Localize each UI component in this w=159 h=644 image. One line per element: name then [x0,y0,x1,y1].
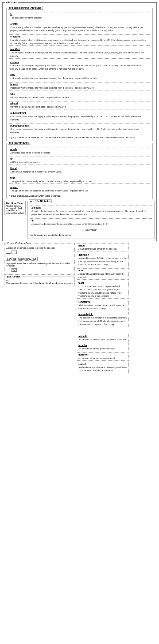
prop-literal-desc: A fixed value assigned as the (concept) … [10,170,62,173]
common-power-attributes-group: grp commonPowerAttributes id The local i… [6,8,153,141]
prop-pubconstrainturi-name: pubconstrainturi [10,124,149,127]
multiplicity-def: 1..* [12,250,17,254]
i18n-attributes-group: grp i18nAttributes xml:lang Specifies th… [28,201,154,239]
prop-how-desc: Indicates by which means the value was e… [10,77,97,80]
prop-dir: dir A qualifier code identifying the dir… [30,218,152,226]
prop-howuri-desc: Indicates by which means the value was e… [10,87,94,89]
concept-definition-group-title: ConceptDefinitionGroup [6,242,33,245]
any-other-i18n: any ##other [30,228,152,232]
prop-modified: modified The date (and, optionally, the … [9,47,150,58]
flex1prop-type-desc: Flexible generic PCL-type for both contr… [6,205,24,214]
right-prop-broader: broader An identifier of a more generic … [77,343,129,351]
prop-xmllang-desc: Specifies the language of this property … [32,210,146,216]
prop-creator-desc: If the property value is not defined, sp… [10,26,143,32]
prop-why: why Why the metadata has been included -… [9,92,150,100]
prop-id: id The local identifier of the property. [9,12,150,20]
concept-relationships-group-desc: A group of properties to indicate relati… [6,262,73,267]
concept-definition-group-box: ConceptDefinitionGroup A group of proper… [4,243,75,257]
prop-creatoruri: creatoruri If empty, specifies which ent… [9,34,150,46]
prop-qcode-name: qcode [10,148,149,151]
prop-type-desc: The type of the concept assigned as cont… [10,180,92,182]
right-prop-facet: facet In IXR 1.6 and later, facet is dep… [77,281,129,298]
prop-xmllang: xml:lang Specifies the language of this … [30,206,152,217]
right-prop-definition: definition A natural language definition… [77,253,129,267]
i18n-attributes-label: grp i18nAttributes [29,200,52,203]
right-prop-narrower: narrower An identifier of a more specifi… [77,352,129,361]
right-prop-remoteinfo: remoteInfo A link to an item or a web re… [77,300,129,311]
prop-why-name: why [10,93,149,96]
prop-modified-name: modified [10,48,149,50]
prop-how: how Indicates by which means the value w… [9,73,150,81]
prop-uri-name: uri [10,158,149,160]
any-other-bottom-desc: Extension point for provider-defined pro… [6,282,73,284]
prop-pubconstrainturi-desc: One or many constraints that apply to pu… [10,128,139,134]
prop-dir-name: dir [32,219,150,222]
prop-howuri-name: howuri [10,83,149,86]
prop-qcode: qcode A qualified code which identifies … [9,147,150,156]
prop-whyuri: whyuri Why the metadata has been include… [9,101,150,110]
prop-qcode-desc: A qualified code which identifies a conc… [10,152,51,154]
prop-pubconstraint-desc: One or many constraints that apply to pu… [10,115,141,121]
prop-why-desc: Why the metadata has been included - exp… [10,96,69,99]
prop-how-name: how [10,74,149,76]
flex-footer: A group of attributes associated with fl… [9,195,150,197]
prop-uri-desc: A URI which identifies a concept. [10,161,41,163]
prop-uri: uri A URI which identifies a concept. [9,156,150,165]
prop-whyuri-name: whyuri [10,102,149,105]
prop-custom-name: custom [10,61,149,64]
prop-custom-desc: Indicates if the corresponding property … [10,64,142,70]
prop-type: type The type of the concept assigned as… [9,176,150,184]
prop-literal: literal A fixed value assigned as the (c… [9,166,150,174]
prop-pubconstraint: pubconstraint One or many constraints th… [9,111,150,122]
connector-symbol-rel: ⎯⎯⎯ [6,269,11,272]
flex-attributes-group: grp flexAttributes qcode A qualified cod… [6,143,153,199]
prop-creator: creator If the property value is not def… [9,22,150,33]
prop-typeuri: typeuri The type of the concept assigned… [9,185,150,193]
flex-attributes-label: grp flexAttributes [8,141,30,144]
spacer [77,328,155,333]
prop-creatoruri-desc: If empty, specifies which entity (person… [10,39,146,44]
concept-definition-group-desc: A group of properties required to define… [6,247,73,249]
middle-right: name A natural language name for the con… [77,243,155,373]
common-power-attributes-label: grp commonPowerAttributes [8,6,43,10]
prop-typeuri-name: typeuri [10,186,149,189]
prop-literal-name: literal [10,167,149,170]
any-other-bottom-mult: 0..* [6,280,73,282]
prop-id-desc: The local identifier of the property. [10,17,42,19]
prop-pubconstraint-name: pubconstraint [10,112,149,114]
multiplicity-rel: 0..* [12,268,17,272]
concept-relationships-group-box: ConceptRelationshipsGroup A group of pro… [4,259,75,275]
prop-custom: custom Indicates if the corresponding pr… [9,60,150,71]
any-other-bottom-title: grp ##other [6,275,21,278]
middle-area: ConceptDefinitionGroup A group of proper… [4,243,155,373]
flex1prop-type-title: Flex1PropType [6,202,24,205]
middle-left: ConceptDefinitionGroup A group of proper… [4,243,75,288]
right-prop-name: name A natural language name for the con… [77,243,129,252]
flex1prop-type-box: Flex1PropType Flexible generic PCL-type … [5,201,26,215]
attributes-container: attributes grp commonPowerAttributes id … [2,2,157,241]
prop-creatoruri-name: creatoruri [10,36,149,38]
attributes-title: attributes [5,1,18,4]
right-prop-related: related A related concept, where the rel… [77,362,129,373]
prop-id-name: id [10,13,149,16]
right-prop-hierarchyinfo: hierarchyInfo The position of a concept … [77,312,129,327]
connector-symbol: ⎯⎯⎯ [6,251,11,254]
prop-whyuri-desc: Why the metadata has been included - exp… [10,106,66,108]
page: attributes grp commonPowerAttributes id … [0,0,159,377]
concept-relationships-group-title: ConceptRelationshipsGroup [6,257,38,260]
right-prop-sameas: sameAs An identifier of a concept with e… [77,334,129,342]
prop-creator-name: creator [10,23,149,25]
prop-modified-desc: The date (and, optionally, the time) whe… [10,52,144,57]
prop-howuri: howuri Indicates by which means the valu… [9,82,150,90]
common-power-footer: A group attribute for all elements of a … [9,136,150,139]
any-other-bottom-box: grp ##other 0..* Extension point for pro… [4,276,75,286]
prop-pubconstrainturi: pubconstrainturi One or many constraints… [9,124,150,135]
right-prop-note: note Additional natural language informa… [77,268,129,280]
prop-xmllang-name: xml:lang [32,206,150,209]
any-other-i18n-desc: Any language and script related informat… [30,234,152,237]
prop-dir-desc: A qualifier code identifying the directi… [32,223,108,225]
prop-typeuri-desc: The type of the concept assigned as cont… [10,190,89,192]
prop-type-name: type [10,177,149,179]
